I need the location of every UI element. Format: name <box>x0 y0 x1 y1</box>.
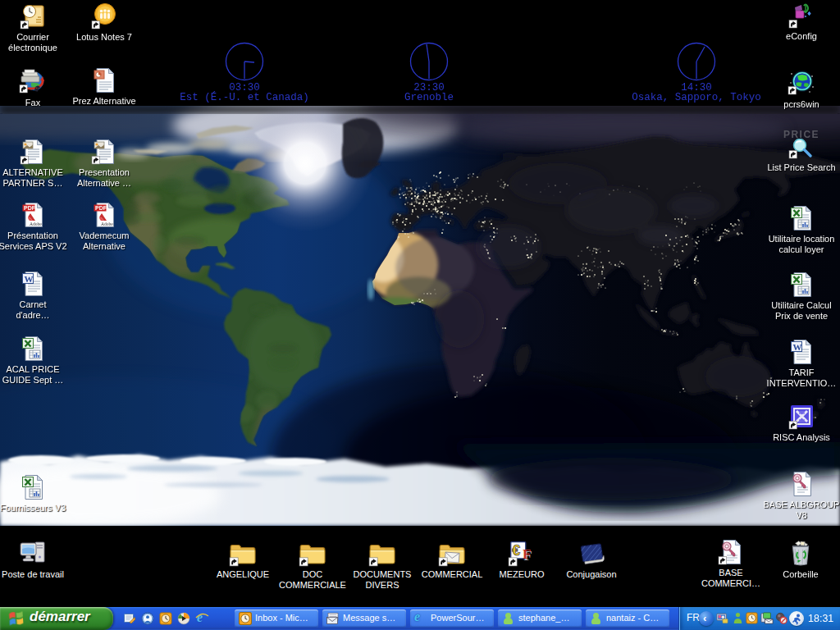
svg-text:€: € <box>512 542 520 559</box>
svg-text:F: F <box>523 546 531 562</box>
